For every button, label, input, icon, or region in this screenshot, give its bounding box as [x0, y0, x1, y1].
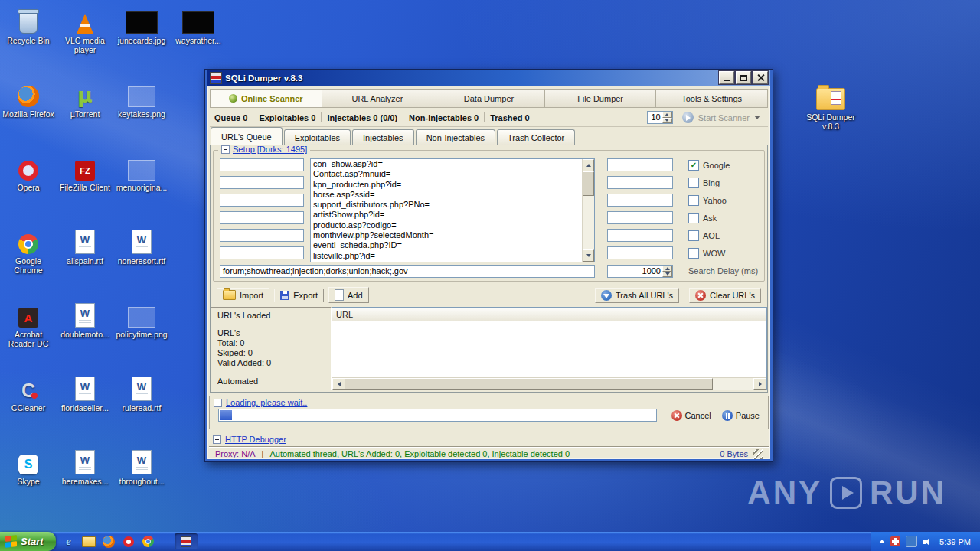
desktop-icon-menuorigina[interactable]: menuorigina...: [114, 153, 169, 192]
tab-tools-settings[interactable]: Tools & Settings: [656, 89, 768, 108]
dork-item[interactable]: Contact.asp?mnuid=: [311, 169, 582, 179]
scroll-right-button[interactable]: [753, 378, 766, 390]
keywords-input[interactable]: forum;showthread;injection;dorks;union;h…: [220, 265, 595, 278]
engine-checkbox-row-bing[interactable]: Bing: [688, 178, 720, 188]
minimize-button[interactable]: [719, 71, 734, 84]
tab-data-dumper[interactable]: Data Dumper: [433, 89, 545, 108]
threads-value[interactable]: 10: [649, 112, 661, 122]
engine-checkbox-row-aol[interactable]: AOL: [688, 230, 720, 241]
add-button[interactable]: Add: [328, 287, 369, 303]
network-icon[interactable]: [906, 536, 917, 547]
desktop-icon-skype[interactable]: Skype: [1, 447, 56, 486]
desktop-icon-floridaseller[interactable]: floridaseller...: [57, 373, 113, 412]
collapse-icon[interactable]: [214, 399, 222, 407]
security-shield-icon[interactable]: [890, 536, 900, 546]
threads-spinner[interactable]: 10: [647, 111, 673, 124]
window-titlebar[interactable]: SQLi Dumper v.8.3: [207, 70, 770, 86]
scroll-left-button[interactable]: [332, 378, 345, 390]
search-delay-value[interactable]: 1000: [609, 266, 661, 276]
setup-input[interactable]: [220, 229, 304, 242]
setup-input[interactable]: [220, 194, 304, 207]
url-list-body[interactable]: [332, 321, 766, 377]
dork-item[interactable]: artistShow.php?id=: [311, 210, 582, 220]
desktop-icon-chrome[interactable]: Google Chrome: [1, 227, 56, 276]
dork-item[interactable]: kpn_producten.php?id=: [311, 180, 582, 190]
engine-checkbox-row-wow[interactable]: WOW: [688, 248, 725, 259]
opera-shortcut-icon[interactable]: [122, 535, 136, 549]
tab-non-injectables[interactable]: Non-Injectables: [416, 129, 495, 145]
dork-item[interactable]: con_show.asp?id=: [311, 159, 582, 169]
spin-up-button[interactable]: [662, 112, 672, 118]
bytes-counter[interactable]: 0 Bytes: [720, 449, 748, 458]
setup-input[interactable]: [220, 246, 304, 259]
setup-input[interactable]: [607, 194, 673, 207]
engine-checkbox-row-google[interactable]: ✔ Google: [688, 160, 730, 171]
taskbar-item-sqli-dumper[interactable]: [175, 533, 198, 549]
trash-all-urls-button[interactable]: Trash All URL's: [595, 288, 679, 303]
url-column-header[interactable]: URL: [332, 308, 766, 321]
tab-file-dumper[interactable]: File Dumper: [545, 89, 657, 108]
chrome-shortcut-icon[interactable]: [142, 535, 155, 549]
scroll-up-button[interactable]: [583, 159, 594, 171]
desktop-icon-policytime[interactable]: policytime.png: [114, 300, 169, 339]
desktop-icon-ccleaner[interactable]: CCleaner: [1, 373, 56, 412]
setup-input[interactable]: [220, 211, 304, 224]
start-scanner-button[interactable]: Start Scanner: [679, 110, 763, 125]
horizontal-scrollbar[interactable]: [332, 377, 766, 390]
desktop-icon-vlc[interactable]: VLC media player: [57, 6, 113, 55]
import-button[interactable]: Import: [217, 288, 270, 302]
tab-trash-collector[interactable]: Trash Collector: [497, 129, 575, 145]
close-button[interactable]: [753, 71, 768, 84]
maximize-button[interactable]: [736, 71, 751, 84]
dork-item[interactable]: listeville.php?id=: [311, 251, 582, 261]
search-delay-spinner[interactable]: 1000: [607, 265, 673, 278]
spin-down-button[interactable]: [662, 118, 672, 124]
tab-url-analyzer[interactable]: URL Analyzer: [322, 89, 434, 108]
desktop-icon-noneresort[interactable]: noneresort.rtf: [114, 227, 169, 266]
desktop-icon-waysrather[interactable]: waysrather...: [171, 6, 226, 45]
setup-input[interactable]: [607, 246, 673, 259]
engine-checkbox-row-yahoo[interactable]: Yahoo: [688, 195, 727, 206]
tab-online-scanner[interactable]: Online Scanner: [210, 89, 322, 108]
desktop-icon-filezilla[interactable]: FileZilla Client: [57, 153, 113, 192]
dork-item[interactable]: producto.asp?codigo=: [311, 220, 582, 230]
url-list[interactable]: URL: [332, 307, 767, 390]
dork-item[interactable]: monthview.php?selectedMonth=: [311, 230, 582, 240]
export-button[interactable]: Export: [274, 289, 324, 302]
desktop-icon-throughout[interactable]: throughout...: [114, 447, 169, 486]
tab-exploitables[interactable]: Exploitables: [284, 129, 351, 145]
setup-input[interactable]: [220, 158, 304, 171]
cancel-button[interactable]: Cancel: [669, 409, 714, 422]
setup-group-header[interactable]: Setup [Dorks: 1495]: [218, 145, 310, 154]
dork-item[interactable]: horse.asp?ssid=: [311, 190, 582, 200]
dork-item[interactable]: support_distributors.php?PNo=: [311, 200, 582, 210]
spin-down-button[interactable]: [662, 272, 672, 278]
desktop-icon-ruleread[interactable]: ruleread.rtf: [114, 373, 169, 412]
desktop-icon-sqli-dumper-folder[interactable]: SQLi Dumper v.8.3: [801, 83, 861, 132]
scrollbar-track[interactable]: [583, 196, 594, 249]
scrollbar-thumb[interactable]: [583, 171, 594, 196]
setup-input[interactable]: [607, 229, 673, 242]
desktop-icon-opera[interactable]: Opera: [1, 153, 56, 192]
collapse-icon[interactable]: [221, 145, 230, 154]
desktop-icon-junecards[interactable]: junecards.jpg: [114, 6, 169, 45]
setup-input[interactable]: [607, 158, 673, 171]
engine-checkbox-row-ask[interactable]: Ask: [688, 213, 717, 223]
tab-urls-queue[interactable]: URL's Queue: [211, 127, 283, 145]
desktop-icon-utorrent[interactable]: µTorrent: [57, 80, 113, 119]
proxy-status[interactable]: Proxy: N/A: [215, 449, 256, 458]
desktop-icon-heremakes[interactable]: heremakes...: [57, 447, 113, 486]
hide-icons-chevron[interactable]: [879, 540, 885, 543]
pause-button[interactable]: Pause: [720, 409, 762, 422]
desktop-icon-recycle-bin[interactable]: Recycle Bin: [1, 6, 56, 45]
resize-grip[interactable]: [753, 449, 763, 459]
setup-input[interactable]: [607, 211, 673, 224]
setup-input[interactable]: [220, 176, 304, 189]
clear-urls-button[interactable]: Clear URL's: [689, 288, 761, 303]
desktop-icon-firefox[interactable]: Mozilla Firefox: [1, 80, 56, 119]
progress-header[interactable]: Loading, please wait..: [210, 396, 768, 409]
desktop-icon-acrobat[interactable]: Acrobat Reader DC: [1, 300, 56, 349]
desktop-icon-allspain[interactable]: allspain.rtf: [57, 227, 113, 266]
setup-input[interactable]: [607, 176, 673, 189]
folder-shortcut-icon[interactable]: [82, 535, 96, 549]
